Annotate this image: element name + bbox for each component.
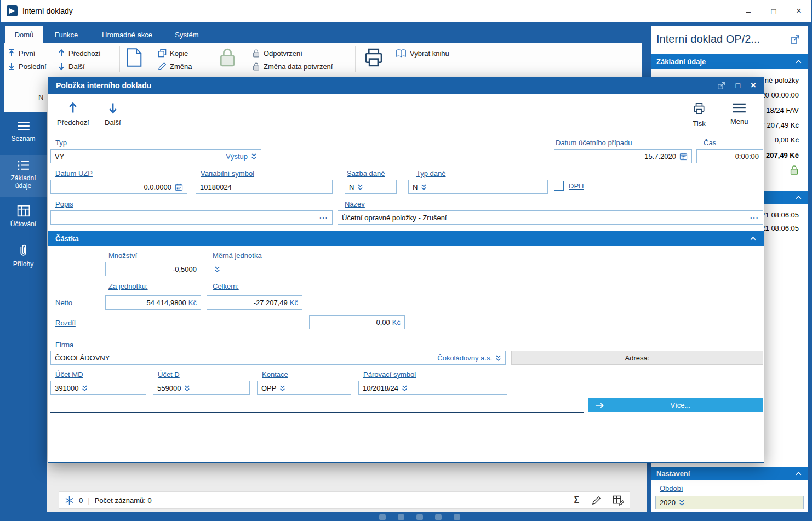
- dropdown-icon[interactable]: [679, 499, 685, 506]
- dph-checkbox[interactable]: [554, 181, 564, 191]
- dropdown-icon[interactable]: [214, 266, 220, 273]
- new-document-icon[interactable]: [126, 47, 142, 68]
- close-button[interactable]: ×: [786, 0, 811, 22]
- sidebar-item-uctovani[interactable]: Účtování: [0, 201, 47, 236]
- sum-icon[interactable]: Σ: [574, 495, 579, 505]
- account-d-label[interactable]: Účet D: [158, 370, 180, 379]
- time-label[interactable]: Čas: [704, 139, 716, 147]
- netto-per-unit-field[interactable]: 54 414,9800 Kč: [105, 295, 201, 310]
- dropdown-icon[interactable]: [82, 385, 88, 392]
- tab-funkce[interactable]: Funkce: [47, 26, 85, 43]
- dialog-print-button[interactable]: Tisk: [691, 101, 707, 128]
- collapse-icon[interactable]: [795, 471, 802, 476]
- more-button[interactable]: Více...: [588, 398, 763, 412]
- uzp-date-label[interactable]: Datum UZP: [55, 169, 93, 178]
- sidebar-item-zakladni-udaje[interactable]: Základní údaje: [0, 155, 47, 197]
- company-label[interactable]: Firma: [55, 341, 73, 349]
- typ-label[interactable]: Typ: [55, 139, 67, 147]
- grid-edit-icon[interactable]: [613, 495, 624, 506]
- dropdown-icon[interactable]: [251, 153, 257, 160]
- tab-system[interactable]: Systém: [168, 26, 206, 43]
- period-field[interactable]: 2020: [655, 496, 804, 509]
- quantity-label[interactable]: Množství: [108, 251, 137, 260]
- tax-rate-field[interactable]: N: [345, 180, 397, 194]
- collapse-icon[interactable]: [795, 59, 802, 64]
- account-md-label[interactable]: Účet MD: [55, 370, 83, 379]
- address-button[interactable]: Adresa:: [511, 351, 763, 365]
- unit-field[interactable]: [207, 262, 302, 276]
- unconfirm-button[interactable]: Odpotvrzení: [252, 49, 302, 58]
- pairing-symbol-field[interactable]: 10/2018/24: [358, 381, 507, 395]
- confirm-lock-icon[interactable]: [218, 47, 237, 68]
- maximize-button[interactable]: □: [761, 0, 786, 22]
- select-book-button[interactable]: Vybrat knihu: [396, 49, 449, 58]
- change-button[interactable]: Změna: [158, 62, 192, 71]
- dialog-next-button[interactable]: Další: [105, 101, 121, 127]
- dialog-maximize-button[interactable]: □: [736, 81, 740, 90]
- variable-symbol-label[interactable]: Variabilní symbol: [201, 169, 254, 178]
- tax-type-field[interactable]: N: [408, 180, 548, 194]
- previous-button[interactable]: Předchozí: [58, 49, 101, 58]
- calendar-icon[interactable]: [679, 152, 688, 161]
- next-button[interactable]: Další: [58, 62, 85, 71]
- detach-window-icon[interactable]: [717, 82, 725, 90]
- edit-icon[interactable]: [592, 496, 601, 505]
- collapse-icon[interactable]: [795, 195, 802, 200]
- dropdown-icon[interactable]: [279, 385, 285, 392]
- netto-total-field[interactable]: -27 207,49 Kč: [207, 295, 302, 310]
- account-d-field[interactable]: 559000: [153, 381, 250, 395]
- sidebar-item-seznam[interactable]: Seznam: [0, 116, 47, 148]
- last-button[interactable]: Poslední: [8, 62, 47, 71]
- typ-field[interactable]: VY Výstup: [50, 149, 261, 163]
- tax-rate-label[interactable]: Sazba daně: [347, 169, 385, 178]
- dropdown-icon[interactable]: [402, 385, 408, 392]
- dialog-menu-button[interactable]: Menu: [730, 102, 748, 125]
- print-icon[interactable]: [362, 46, 386, 69]
- pairing-symbol-label[interactable]: Párovací symbol: [363, 370, 416, 379]
- change-confirm-date-button[interactable]: Změna data potvrzení: [252, 62, 333, 71]
- open-in-window-icon[interactable]: [790, 35, 800, 44]
- collapse-icon[interactable]: [750, 236, 757, 241]
- dropdown-icon[interactable]: [495, 354, 501, 362]
- name-field[interactable]: Účetní opravné položky - Zrušení ···: [338, 210, 763, 225]
- panel-section-settings[interactable]: Nastavení: [651, 467, 808, 480]
- difference-field[interactable]: 0,00 Kč: [309, 315, 405, 329]
- posting-label[interactable]: Kontace: [262, 370, 288, 379]
- period-label[interactable]: Období: [660, 484, 683, 493]
- copy-button[interactable]: Kopie: [158, 49, 188, 58]
- ellipsis-button[interactable]: ···: [750, 214, 759, 222]
- minimize-button[interactable]: –: [736, 0, 761, 22]
- dropdown-icon[interactable]: [184, 385, 190, 392]
- calendar-icon[interactable]: [175, 183, 183, 191]
- netto-label[interactable]: Netto: [55, 299, 72, 307]
- sidebar-item-prilohy[interactable]: Přílohy: [0, 239, 47, 276]
- tab-hromadne-akce[interactable]: Hromadné akce: [90, 26, 164, 43]
- time-field[interactable]: 0:00:00: [696, 149, 763, 163]
- posting-field[interactable]: OPP: [257, 381, 351, 395]
- accounting-date-field[interactable]: 15.7.2020: [554, 149, 692, 163]
- dropdown-icon[interactable]: [357, 184, 363, 191]
- accounting-date-label[interactable]: Datum účetního případu: [556, 139, 632, 147]
- per-unit-label[interactable]: Za jednotku:: [108, 282, 148, 290]
- dialog-close-button[interactable]: ×: [751, 80, 756, 91]
- dph-label[interactable]: DPH: [569, 182, 584, 190]
- variable-symbol-field[interactable]: 10180024: [196, 180, 333, 194]
- dialog-previous-button[interactable]: Předchozí: [57, 101, 89, 127]
- panel-section-basic[interactable]: Základní údaje: [651, 54, 808, 69]
- uzp-date-field[interactable]: 0.0.0000: [50, 180, 187, 194]
- snowflake-icon[interactable]: [65, 496, 74, 505]
- quantity-field[interactable]: -0,5000: [105, 262, 201, 276]
- description-label[interactable]: Popis: [55, 200, 73, 208]
- amount-section-header[interactable]: Částka: [48, 231, 764, 246]
- unit-label[interactable]: Měrná jednotka: [213, 251, 262, 260]
- tax-type-label[interactable]: Typ daně: [416, 169, 446, 178]
- tab-domu[interactable]: Domů: [5, 26, 43, 43]
- total-label[interactable]: Celkem:: [213, 282, 239, 290]
- ellipsis-button[interactable]: ···: [319, 214, 328, 222]
- name-label[interactable]: Název: [345, 200, 365, 208]
- account-md-field[interactable]: 391000: [50, 381, 146, 395]
- company-field[interactable]: ČOKOLÁDOVNY Čokoládovny a.s.: [50, 351, 506, 365]
- description-field[interactable]: ···: [50, 210, 333, 225]
- first-button[interactable]: První: [8, 49, 35, 58]
- dropdown-icon[interactable]: [421, 184, 427, 191]
